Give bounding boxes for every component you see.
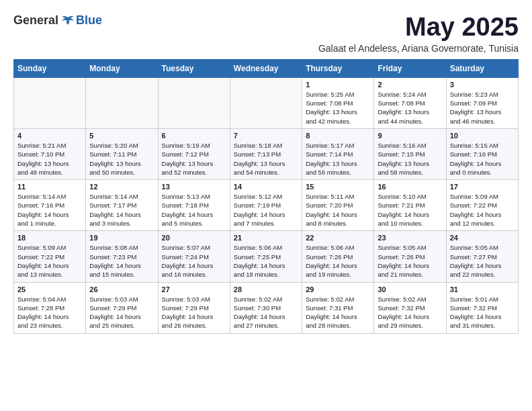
day-info: Sunset: 7:09 PM xyxy=(450,99,515,107)
day-info: Sunrise: 5:15 AM xyxy=(450,141,515,150)
calendar-header-thursday: Thursday xyxy=(302,59,374,77)
location-subtitle: Galaat el Andeless, Ariana Governorate, … xyxy=(318,43,519,54)
day-info: and 15 minutes. xyxy=(89,270,154,279)
day-info: and 50 minutes. xyxy=(89,168,154,177)
day-info: Sunrise: 5:12 AM xyxy=(234,192,298,201)
day-info: and 54 minutes. xyxy=(234,168,298,177)
day-info: Daylight: 14 hours xyxy=(17,210,82,219)
day-info: and 7 minutes. xyxy=(234,219,298,228)
day-info: Daylight: 14 hours xyxy=(234,312,298,321)
day-number: 21 xyxy=(234,234,298,242)
day-info: Sunset: 7:21 PM xyxy=(378,201,442,210)
day-info: and 44 minutes. xyxy=(378,117,442,126)
day-info: Daylight: 14 hours xyxy=(378,261,442,270)
day-number: 27 xyxy=(162,285,226,293)
day-info: Daylight: 14 hours xyxy=(162,210,226,219)
day-info: Sunset: 7:24 PM xyxy=(162,253,226,261)
day-info: Sunrise: 5:09 AM xyxy=(450,192,515,201)
day-info: and 18 minutes. xyxy=(234,270,298,279)
day-info: Sunset: 7:10 PM xyxy=(17,150,82,158)
day-info: Sunrise: 5:13 AM xyxy=(162,192,226,201)
day-info: Sunrise: 5:14 AM xyxy=(89,192,154,201)
day-number: 12 xyxy=(89,183,154,191)
day-info: Sunset: 7:27 PM xyxy=(450,253,515,261)
day-info: Sunrise: 5:24 AM xyxy=(378,90,442,99)
day-info: Sunrise: 5:19 AM xyxy=(162,141,226,150)
day-info: and 46 minutes. xyxy=(450,117,515,126)
day-info: and 23 minutes. xyxy=(17,321,82,330)
day-info: and 42 minutes. xyxy=(306,117,370,126)
day-info: Daylight: 14 hours xyxy=(306,312,370,321)
day-info: Sunset: 7:22 PM xyxy=(450,201,515,210)
day-info: Sunrise: 5:06 AM xyxy=(234,243,298,252)
day-info: Daylight: 14 hours xyxy=(234,210,298,219)
day-info: Daylight: 14 hours xyxy=(450,210,515,219)
day-info: and 29 minutes. xyxy=(378,321,442,330)
day-info: Sunset: 7:16 PM xyxy=(450,150,515,158)
day-info: Daylight: 14 hours xyxy=(89,312,154,321)
day-info: Sunrise: 5:01 AM xyxy=(450,295,515,304)
day-info: Sunset: 7:29 PM xyxy=(162,304,226,312)
calendar-cell: 24Sunrise: 5:05 AMSunset: 7:27 PMDayligh… xyxy=(446,231,518,282)
day-info: Daylight: 14 hours xyxy=(306,210,370,219)
logo-general-text: General xyxy=(13,13,58,28)
calendar-week-row: 18Sunrise: 5:09 AMSunset: 7:22 PMDayligh… xyxy=(14,231,519,282)
calendar-cell: 25Sunrise: 5:04 AMSunset: 7:28 PMDayligh… xyxy=(14,282,86,333)
day-info: and 19 minutes. xyxy=(306,270,370,279)
calendar-cell: 2Sunrise: 5:24 AMSunset: 7:08 PMDaylight… xyxy=(374,77,446,128)
day-number: 26 xyxy=(89,285,154,293)
day-info: and 31 minutes. xyxy=(450,321,515,330)
calendar-cell: 14Sunrise: 5:12 AMSunset: 7:19 PMDayligh… xyxy=(230,180,302,231)
day-info: Daylight: 14 hours xyxy=(234,261,298,270)
day-info: Sunset: 7:08 PM xyxy=(378,99,442,107)
day-info: Sunset: 7:16 PM xyxy=(17,201,82,210)
page-header: General Blue May 2025 Galaat el Andeless… xyxy=(13,13,519,54)
day-info: Daylight: 14 hours xyxy=(89,261,154,270)
calendar-header-friday: Friday xyxy=(374,59,446,77)
day-info: Sunrise: 5:03 AM xyxy=(89,295,154,304)
day-info: Daylight: 13 hours xyxy=(378,107,442,116)
day-info: Sunset: 7:30 PM xyxy=(234,304,298,312)
logo-bird-icon xyxy=(61,14,75,28)
day-info: and 48 minutes. xyxy=(17,168,82,177)
day-info: and 27 minutes. xyxy=(234,321,298,330)
day-info: Daylight: 14 hours xyxy=(17,261,82,270)
calendar-cell: 12Sunrise: 5:14 AMSunset: 7:17 PMDayligh… xyxy=(86,180,158,231)
day-info: Daylight: 14 hours xyxy=(17,312,82,321)
day-info: and 56 minutes. xyxy=(306,168,370,177)
calendar-cell: 17Sunrise: 5:09 AMSunset: 7:22 PMDayligh… xyxy=(446,180,518,231)
day-number: 19 xyxy=(89,234,154,242)
day-number: 29 xyxy=(306,285,370,293)
day-number: 28 xyxy=(234,285,298,293)
calendar-cell: 18Sunrise: 5:09 AMSunset: 7:22 PMDayligh… xyxy=(14,231,86,282)
day-info: Sunrise: 5:02 AM xyxy=(306,295,370,304)
day-number: 20 xyxy=(162,234,226,242)
day-info: Sunset: 7:17 PM xyxy=(89,201,154,210)
day-info: Sunset: 7:13 PM xyxy=(234,150,298,158)
day-info: Sunrise: 5:02 AM xyxy=(378,295,442,304)
day-info: Sunset: 7:19 PM xyxy=(234,201,298,210)
day-info: and 52 minutes. xyxy=(162,168,226,177)
day-info: Daylight: 14 hours xyxy=(450,159,515,168)
day-info: and 16 minutes. xyxy=(162,270,226,279)
day-info: Sunrise: 5:02 AM xyxy=(234,295,298,304)
calendar-week-row: 4Sunrise: 5:21 AMSunset: 7:10 PMDaylight… xyxy=(14,128,519,179)
day-info: Daylight: 14 hours xyxy=(306,261,370,270)
calendar-cell: 8Sunrise: 5:17 AMSunset: 7:14 PMDaylight… xyxy=(302,128,374,179)
calendar-cell: 21Sunrise: 5:06 AMSunset: 7:25 PMDayligh… xyxy=(230,231,302,282)
calendar-cell: 15Sunrise: 5:11 AMSunset: 7:20 PMDayligh… xyxy=(302,180,374,231)
calendar-cell: 30Sunrise: 5:02 AMSunset: 7:32 PMDayligh… xyxy=(374,282,446,333)
day-info: Sunrise: 5:14 AM xyxy=(17,192,82,201)
month-title: May 2025 xyxy=(318,13,519,42)
day-info: Daylight: 14 hours xyxy=(450,312,515,321)
day-info: and 22 minutes. xyxy=(450,270,515,279)
day-info: and 13 minutes. xyxy=(17,270,82,279)
day-number: 16 xyxy=(378,183,442,191)
day-info: and 28 minutes. xyxy=(306,321,370,330)
day-info: Sunset: 7:22 PM xyxy=(17,253,82,261)
calendar-header-sunday: Sunday xyxy=(14,59,86,77)
day-number: 9 xyxy=(378,132,442,140)
calendar-cell: 11Sunrise: 5:14 AMSunset: 7:16 PMDayligh… xyxy=(14,180,86,231)
day-info: Sunset: 7:26 PM xyxy=(378,253,442,261)
day-number: 17 xyxy=(450,183,515,191)
